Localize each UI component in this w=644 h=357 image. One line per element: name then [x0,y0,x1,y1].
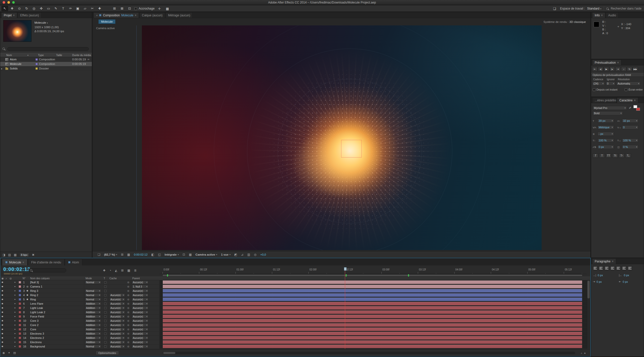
track-matte-dropdown[interactable]: Aucun(e)▾ [109,315,125,318]
eyedropper-icon[interactable]: ✐ [629,106,631,110]
track-matte-dropdown[interactable]: Aucun(e)▾ [109,332,125,335]
panel-menu-icon[interactable]: ≡ [13,14,15,17]
exposure-value[interactable]: +0,0 [260,253,266,256]
preserve-transparency-checkbox[interactable] [104,333,106,335]
label-color-chip[interactable] [35,63,38,65]
item-name[interactable]: Molecule [10,62,21,65]
snap-grid-icon[interactable]: ▩ [164,6,171,11]
panel-menu-icon[interactable]: ≡ [23,261,24,264]
interpret-footage-icon[interactable]: ◨ [3,253,5,257]
eye-icon[interactable]: ◉ [2,337,3,339]
project-item-row[interactable]: ▸ Molecule Composition 0:00:05:19 [0,62,92,66]
label-color-chip[interactable] [19,290,21,292]
parent-pickwhip-icon[interactable]: ◎ [127,324,129,326]
parent-dropdown[interactable]: Aucun(e)▾ [132,319,148,323]
eye-icon[interactable]: ◉ [2,311,3,313]
parent-pickwhip-icon[interactable]: ◎ [127,345,129,348]
blend-mode-dropdown[interactable]: Normal▾ [85,281,101,284]
blend-mode-dropdown[interactable]: Addition▾ [85,306,101,310]
frame-rate-dropdown[interactable]: (24)▾ [592,82,605,86]
parent-pickwhip-icon[interactable]: ◎ [127,294,129,296]
track-matte-dropdown[interactable]: Aucun(e)▾ [109,340,125,344]
type-option-dropdown[interactable]: 39 px▾ [597,119,614,123]
parent-pickwhip-icon[interactable]: ◎ [127,298,129,301]
from-current-time-checkbox[interactable] [593,88,595,91]
comp-flowchart-icon[interactable]: ◎ [254,253,256,256]
blend-mode-dropdown[interactable]: Addition▾ [85,319,101,323]
parent-dropdown[interactable]: Aucun(e)▾ [132,293,148,297]
brush-tool[interactable]: ✑ [67,6,74,11]
window-controls[interactable] [3,1,15,4]
label-color-chip[interactable] [35,67,38,70]
snap-options-icon[interactable]: ✛ [156,6,163,11]
eye-icon[interactable]: ◉ [2,298,3,300]
parent-dropdown[interactable]: Aucun(e)▾ [132,340,148,344]
text-style-button[interactable]: T₁ [625,153,631,158]
layer-row[interactable]: ◉ ▸ 3 ✱ Ring 3 Normal▾ ▾ ◎ Aucun(e)▾ [1,289,590,293]
layer-row[interactable]: ◉ ▸ 2 ◎ Camera 1 ▾ ▾ ◎ 1. Null 3▾ [1,285,590,289]
parent-pickwhip-icon[interactable]: ◎ [127,311,129,313]
blend-mode-dropdown[interactable]: Addition▾ [85,336,101,340]
parent-dropdown[interactable]: 1. Null 3▾ [132,285,148,288]
label-color-chip[interactable] [35,58,38,61]
parent-pickwhip-icon[interactable]: ◎ [127,341,129,343]
sync-settings-icon[interactable]: ❏ [551,6,558,11]
eye-icon[interactable]: ◉ [2,320,3,322]
parent-pickwhip-icon[interactable]: ◎ [127,315,129,318]
playhead[interactable] [345,267,345,349]
render-engine[interactable]: Système de rendu : 3D classique [543,20,586,23]
layer-row[interactable]: ◉ ▸ 1 [Null 3] Normal▾ ▾ ◎ Aucun(e)▾ [1,280,590,285]
pen-tool[interactable]: ✎ [53,6,59,11]
align-right-button[interactable] [604,266,609,270]
time-ruler[interactable]: 0:00f00:12f01:00f01:12f02:00f02:12f03:00… [159,267,587,274]
label-color-chip[interactable] [19,285,21,288]
label-color-chip[interactable] [19,324,21,326]
justify-all-button[interactable] [627,266,632,270]
type-option-dropdown[interactable]: 100 %▾ [622,138,638,142]
expand-transfer-controls-icon[interactable]: ✦ [8,351,10,354]
track-matte-dropdown[interactable]: Aucun(e)▾ [109,319,125,323]
track-matte-dropdown[interactable]: Aucun(e)▾ [109,345,125,348]
tab-preview[interactable]: Prévisualisation ≡ [592,60,621,65]
tab-footage[interactable]: Métrage (aucun) [166,12,193,18]
help-search-input[interactable]: Rechercher dans l'aide [611,7,641,10]
parent-pickwhip-icon[interactable]: ◎ [127,320,129,322]
eye-icon[interactable]: ◉ [2,341,3,343]
project-search-input[interactable] [7,47,89,51]
layer-name[interactable]: Light Leak [30,306,83,309]
project-item-row[interactable]: ▸ Solids Dossier [0,66,92,71]
parent-dropdown[interactable]: Aucun(e)▾ [132,302,148,305]
layer-selection-box[interactable] [341,140,362,157]
text-style-button[interactable]: T¹ [619,153,624,158]
blend-mode-dropdown[interactable]: Normal▾ [85,345,101,348]
timeline-tab[interactable]: Molecule ≡ [2,259,27,265]
twirl-icon[interactable]: ▸ [15,307,16,309]
layer-row[interactable]: ◉ ▸ 10 Core 3 Addition▾ Aucun(e)▾ ◎ Aucu… [1,319,590,323]
justify-last-right-button[interactable] [622,266,627,270]
panel-menu-icon[interactable]: ≡ [135,14,136,17]
panel-menu-icon[interactable]: ≡ [617,61,619,64]
prev-frame-button[interactable]: ◂| [598,67,603,71]
justify-last-center-button[interactable] [616,266,621,270]
tab-effects[interactable]: Effets (aucun) [18,12,41,18]
twirl-icon[interactable]: ▸ [15,294,16,296]
layer-name[interactable]: Ring 3 [30,289,83,292]
twirl-icon[interactable]: ▸ [15,341,16,343]
twirl-icon[interactable]: ▸ [15,332,16,335]
layer-duration-bar[interactable] [163,293,582,297]
workspace-dropdown[interactable]: Standard ▾ [587,7,601,10]
tab-layer[interactable]: Calque (aucun) [139,12,165,18]
text-style-button[interactable]: T [593,153,598,158]
preserve-transparency-checkbox[interactable] [104,307,106,309]
layer-name[interactable]: Electrons 3 [30,332,83,335]
layer-duration-bar[interactable] [163,319,582,323]
fill-color-swatch[interactable] [633,105,640,111]
layer-name[interactable]: Background [30,345,83,348]
timeline-zoom-control[interactable]: ▵▲ [581,351,586,354]
comp-mini-flowchart-icon[interactable]: ❖ [103,269,106,272]
parent-pickwhip-icon[interactable]: ◎ [127,290,129,292]
layer-name[interactable]: [Null 3] [30,281,83,284]
eye-icon[interactable]: ◉ [2,281,3,283]
snapping-checkbox[interactable] [134,7,137,10]
close-icon[interactable]: × [96,14,98,17]
